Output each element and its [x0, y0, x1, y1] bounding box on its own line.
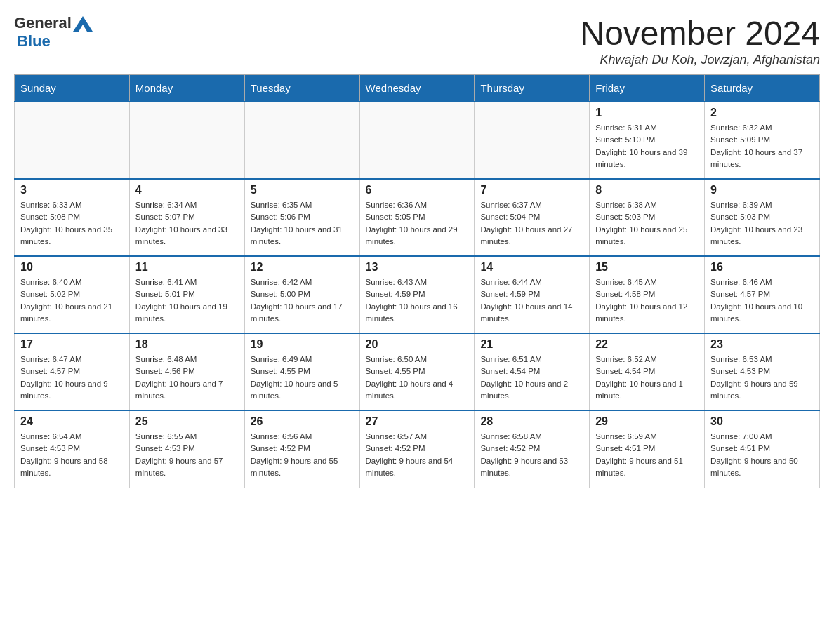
day-number: 20 [366, 338, 469, 351]
day-number: 4 [135, 184, 239, 196]
calendar-cell: 12Sunrise: 6:42 AMSunset: 5:00 PMDayligh… [244, 256, 359, 333]
title-section: November 2024 Khwajah Du Koh, Jowzjan, A… [580, 14, 820, 67]
day-info: Sunrise: 6:50 AMSunset: 4:55 PMDaylight:… [366, 354, 469, 402]
day-info: Sunrise: 6:48 AMSunset: 4:56 PMDaylight:… [135, 354, 239, 402]
day-number: 8 [595, 184, 699, 196]
day-info: Sunrise: 6:38 AMSunset: 5:03 PMDaylight:… [595, 199, 699, 248]
calendar-cell: 3Sunrise: 6:33 AMSunset: 5:08 PMDaylight… [15, 179, 130, 256]
calendar-cell: 1Sunrise: 6:31 AMSunset: 5:10 PMDaylight… [590, 102, 705, 179]
day-info: Sunrise: 6:56 AMSunset: 4:52 PMDaylight:… [251, 431, 354, 479]
calendar-cell: 18Sunrise: 6:48 AMSunset: 4:56 PMDayligh… [129, 333, 244, 410]
day-info: Sunrise: 6:53 AMSunset: 4:53 PMDaylight:… [710, 354, 814, 402]
day-number: 27 [366, 415, 469, 428]
week-row-2: 3Sunrise: 6:33 AMSunset: 5:08 PMDaylight… [15, 179, 820, 256]
day-info: Sunrise: 6:43 AMSunset: 4:59 PMDaylight:… [366, 276, 469, 325]
calendar-cell: 9Sunrise: 6:39 AMSunset: 5:03 PMDaylight… [705, 179, 820, 256]
day-info: Sunrise: 6:59 AMSunset: 4:51 PMDaylight:… [595, 431, 699, 479]
month-title: November 2024 [580, 14, 820, 53]
calendar-cell: 14Sunrise: 6:44 AMSunset: 4:59 PMDayligh… [475, 256, 590, 333]
day-info: Sunrise: 6:40 AMSunset: 5:02 PMDaylight:… [20, 276, 124, 325]
day-number: 23 [710, 338, 814, 351]
day-info: Sunrise: 6:46 AMSunset: 4:57 PMDaylight:… [710, 276, 814, 325]
logo-general: General [14, 14, 72, 32]
day-info: Sunrise: 6:33 AMSunset: 5:08 PMDaylight:… [20, 199, 124, 248]
day-number: 5 [251, 184, 354, 196]
calendar-cell [475, 102, 590, 179]
calendar-cell: 8Sunrise: 6:38 AMSunset: 5:03 PMDaylight… [590, 179, 705, 256]
day-info: Sunrise: 6:41 AMSunset: 5:01 PMDaylight:… [135, 276, 239, 325]
day-number: 7 [480, 184, 583, 196]
day-number: 16 [710, 261, 814, 274]
col-monday: Monday [129, 75, 244, 102]
calendar-cell: 2Sunrise: 6:32 AMSunset: 5:09 PMDaylight… [705, 102, 820, 179]
calendar-cell: 7Sunrise: 6:37 AMSunset: 5:04 PMDaylight… [475, 179, 590, 256]
calendar-cell: 29Sunrise: 6:59 AMSunset: 4:51 PMDayligh… [590, 410, 705, 488]
calendar-header-row: Sunday Monday Tuesday Wednesday Thursday… [15, 75, 820, 102]
day-number: 14 [480, 261, 583, 274]
week-row-5: 24Sunrise: 6:54 AMSunset: 4:53 PMDayligh… [15, 410, 820, 488]
day-number: 15 [595, 261, 699, 274]
day-info: Sunrise: 6:42 AMSunset: 5:00 PMDaylight:… [251, 276, 354, 325]
col-wednesday: Wednesday [359, 75, 475, 102]
day-number: 19 [251, 338, 354, 351]
calendar-cell: 24Sunrise: 6:54 AMSunset: 4:53 PMDayligh… [15, 410, 130, 488]
day-number: 13 [366, 261, 469, 274]
week-row-3: 10Sunrise: 6:40 AMSunset: 5:02 PMDayligh… [15, 256, 820, 333]
calendar-cell: 21Sunrise: 6:51 AMSunset: 4:54 PMDayligh… [475, 333, 590, 410]
day-number: 12 [251, 261, 354, 274]
week-row-1: 1Sunrise: 6:31 AMSunset: 5:10 PMDaylight… [15, 102, 820, 179]
logo-blue: Blue [17, 32, 51, 51]
day-number: 2 [710, 107, 814, 119]
logo-triangle-icon [73, 16, 93, 32]
page-header: General Blue November 2024 Khwajah Du Ko… [14, 14, 820, 67]
day-info: Sunrise: 6:31 AMSunset: 5:10 PMDaylight:… [595, 122, 699, 170]
day-info: Sunrise: 6:34 AMSunset: 5:07 PMDaylight:… [135, 199, 239, 248]
day-info: Sunrise: 6:45 AMSunset: 4:58 PMDaylight:… [595, 276, 699, 325]
col-friday: Friday [590, 75, 705, 102]
day-number: 22 [595, 338, 699, 351]
day-number: 10 [20, 261, 124, 274]
day-info: Sunrise: 6:35 AMSunset: 5:06 PMDaylight:… [251, 199, 354, 248]
day-number: 28 [480, 415, 583, 428]
col-thursday: Thursday [475, 75, 590, 102]
day-number: 26 [251, 415, 354, 428]
calendar-cell [359, 102, 475, 179]
calendar-cell: 11Sunrise: 6:41 AMSunset: 5:01 PMDayligh… [129, 256, 244, 333]
calendar-cell: 27Sunrise: 6:57 AMSunset: 4:52 PMDayligh… [359, 410, 475, 488]
day-info: Sunrise: 6:37 AMSunset: 5:04 PMDaylight:… [480, 199, 583, 248]
day-info: Sunrise: 6:58 AMSunset: 4:52 PMDaylight:… [480, 431, 583, 479]
calendar-cell: 15Sunrise: 6:45 AMSunset: 4:58 PMDayligh… [590, 256, 705, 333]
day-number: 18 [135, 338, 239, 351]
day-number: 6 [366, 184, 469, 196]
logo: General Blue [14, 14, 93, 51]
day-info: Sunrise: 6:32 AMSunset: 5:09 PMDaylight:… [710, 122, 814, 170]
location: Khwajah Du Koh, Jowzjan, Afghanistan [580, 53, 820, 67]
calendar-cell: 17Sunrise: 6:47 AMSunset: 4:57 PMDayligh… [15, 333, 130, 410]
calendar-cell [129, 102, 244, 179]
day-info: Sunrise: 6:55 AMSunset: 4:53 PMDaylight:… [135, 431, 239, 479]
calendar-cell: 10Sunrise: 6:40 AMSunset: 5:02 PMDayligh… [15, 256, 130, 333]
calendar-cell: 28Sunrise: 6:58 AMSunset: 4:52 PMDayligh… [475, 410, 590, 488]
calendar-cell [15, 102, 130, 179]
calendar-cell: 5Sunrise: 6:35 AMSunset: 5:06 PMDaylight… [244, 179, 359, 256]
day-number: 30 [710, 415, 814, 428]
calendar-cell: 22Sunrise: 6:52 AMSunset: 4:54 PMDayligh… [590, 333, 705, 410]
day-number: 24 [20, 415, 124, 428]
day-info: Sunrise: 6:39 AMSunset: 5:03 PMDaylight:… [710, 199, 814, 248]
day-info: Sunrise: 6:57 AMSunset: 4:52 PMDaylight:… [366, 431, 469, 479]
week-row-4: 17Sunrise: 6:47 AMSunset: 4:57 PMDayligh… [15, 333, 820, 410]
day-number: 25 [135, 415, 239, 428]
calendar-cell: 6Sunrise: 6:36 AMSunset: 5:05 PMDaylight… [359, 179, 475, 256]
day-number: 17 [20, 338, 124, 351]
calendar-cell: 16Sunrise: 6:46 AMSunset: 4:57 PMDayligh… [705, 256, 820, 333]
day-info: Sunrise: 6:44 AMSunset: 4:59 PMDaylight:… [480, 276, 583, 325]
day-number: 21 [480, 338, 583, 351]
calendar-cell: 13Sunrise: 6:43 AMSunset: 4:59 PMDayligh… [359, 256, 475, 333]
day-number: 11 [135, 261, 239, 274]
day-info: Sunrise: 6:36 AMSunset: 5:05 PMDaylight:… [366, 199, 469, 248]
col-saturday: Saturday [705, 75, 820, 102]
day-info: Sunrise: 6:52 AMSunset: 4:54 PMDaylight:… [595, 354, 699, 402]
calendar-cell: 30Sunrise: 7:00 AMSunset: 4:51 PMDayligh… [705, 410, 820, 488]
calendar-cell: 19Sunrise: 6:49 AMSunset: 4:55 PMDayligh… [244, 333, 359, 410]
col-sunday: Sunday [15, 75, 130, 102]
